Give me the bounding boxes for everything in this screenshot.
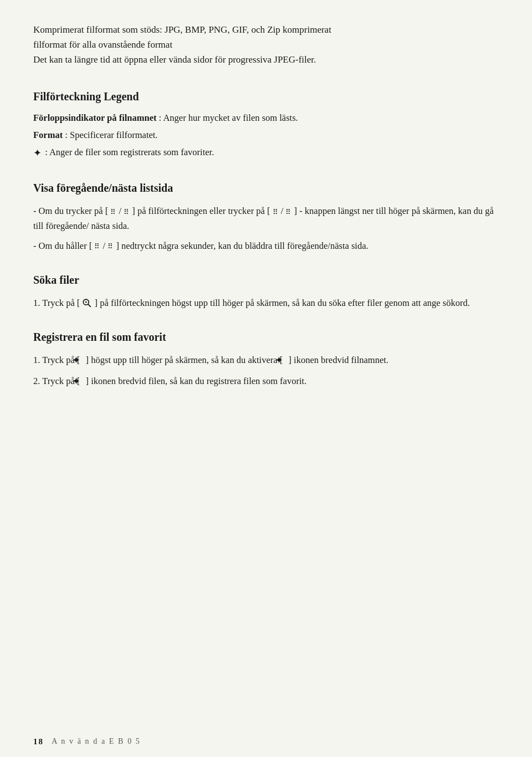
nav-item2-slash: /	[103, 241, 108, 251]
prev-icon-1: ⠿	[110, 206, 116, 218]
hold-next-icon: ⠿	[108, 241, 114, 252]
legend-item-format: Format : Specificerar filformatet.	[33, 128, 499, 142]
legend-desc-favorite: Anger de filer som registrerats som favo…	[49, 147, 214, 158]
intro-line2: filformat för alla ovanstående format	[33, 37, 499, 52]
footer: 18 A n v ä n d a E B 0 5	[0, 726, 532, 757]
intro-line3: Det kan ta längre tid att öppna eller vä…	[33, 52, 499, 67]
fav-item2-end: ] ikonen bredvid filen, så kan du regist…	[86, 376, 307, 386]
hold-prev-icon: ⠿	[94, 241, 100, 252]
legend-title: Filförteckning Legend	[33, 88, 499, 105]
fav-item1-mid: ] högst upp till höger på skärmen, så ka…	[86, 355, 285, 365]
search-icon	[82, 298, 92, 308]
svg-point-2	[85, 301, 87, 303]
legend-item-progress: Förloppsindikator på filnamnet : Anger h…	[33, 111, 499, 125]
intro-line1: Komprimerat filformat som stöds: JPG, BM…	[33, 22, 499, 37]
favorite-section: Registrera en fil som favorit 1. Tryck p…	[33, 328, 499, 390]
favorite-heading: Registrera en fil som favorit	[33, 328, 499, 346]
page-number: 18	[33, 735, 44, 748]
intro-paragraph: Komprimerat filformat som stöds: JPG, BM…	[33, 22, 499, 68]
nav-section: Visa föregående/nästa listsida - Om du t…	[33, 179, 499, 253]
svg-line-1	[89, 304, 91, 306]
next-icon-2: ⠿	[285, 206, 291, 218]
nav-item2-prefix: - Om du håller [	[33, 241, 94, 251]
nav-item-2: - Om du håller [ ⠿ / ⠿ ] nedtryckt några…	[33, 238, 499, 253]
legend-label-progress: Förloppsindikator på filnamnet	[33, 112, 156, 123]
search-section: Söka filer 1. Tryck på [ ] på filförteck…	[33, 271, 499, 310]
star-icon-legend: ✦	[33, 145, 42, 161]
favorite-item-2: 2. Tryck på [ ✦ ] ikonen bredvid filen, …	[33, 374, 499, 390]
legend-desc-format: Specificerar filformatet.	[70, 130, 158, 140]
favorite-item-1: 1. Tryck på [ ✦ ] högst upp till höger p…	[33, 352, 499, 369]
nav-item1-mid: ] på filförteckningen eller trycker på [	[132, 206, 272, 216]
nav-item1-prefix: - Om du trycker på [	[33, 206, 110, 216]
search-item1-start: 1. Tryck på [	[33, 298, 82, 308]
next-icon-1: ⠿	[124, 206, 130, 218]
legend-item-favorite: ✦ : Anger de filer som registrerats som …	[33, 145, 499, 161]
legend-section: Filförteckning Legend Förloppsindikator …	[33, 88, 499, 162]
legend-separator-3: :	[45, 147, 49, 158]
footer-label: A n v ä n d a E B 0 5	[52, 735, 141, 748]
search-item-1: 1. Tryck på [ ] på filförteckningen högs…	[33, 295, 499, 310]
legend-desc-progress: Anger hur mycket av filen som lästs.	[163, 112, 298, 123]
nav-heading: Visa föregående/nästa listsida	[33, 179, 499, 197]
prev-icon-2: ⠿	[273, 206, 279, 218]
nav-item-1: - Om du trycker på [ ⠿ / ⠿ ] på filförte…	[33, 203, 499, 233]
legend-label-format: Format	[33, 130, 63, 140]
footer-content: 18 A n v ä n d a E B 0 5	[33, 735, 499, 748]
fav-item1-end: ] ikonen bredvid filnamnet.	[288, 355, 388, 365]
search-item1-end: ] på filförteckningen högst upp till hög…	[95, 298, 470, 308]
legend-separator-2: :	[65, 130, 70, 140]
nav-item2-end: ] nedtryckt några sekunder, kan du blädd…	[116, 241, 368, 251]
search-heading: Söka filer	[33, 271, 499, 289]
nav-item1-slash1: /	[119, 206, 124, 216]
nav-item1-slash2: /	[281, 206, 286, 216]
